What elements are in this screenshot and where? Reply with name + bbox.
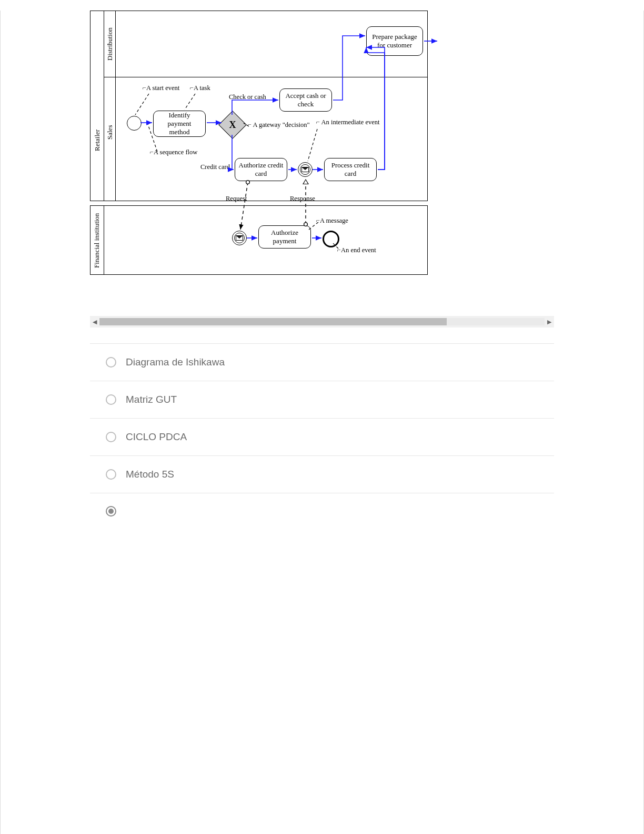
scroll-left-button[interactable]: ◀ — [90, 319, 99, 325]
financial-label-divider — [104, 206, 104, 274]
task-prepare-package: Prepare package for customer — [366, 26, 423, 56]
note-start-event: ⌐A start event — [143, 84, 179, 92]
envelope-icon — [301, 167, 309, 172]
note-credit-card: Credit card — [200, 163, 230, 171]
option-label: Matriz GUT — [126, 394, 177, 405]
content-column: Distribution Retailer Sales Financial in… — [90, 11, 554, 529]
option-selected-blank[interactable] — [90, 493, 554, 529]
envelope-icon — [236, 235, 243, 241]
sales-lanelabel-divider — [115, 77, 116, 201]
task-identify-payment: Identify payment method — [153, 111, 206, 137]
lane-label-retailer: Retailer — [93, 114, 102, 166]
intermediate-event-message — [298, 162, 313, 177]
radio-icon[interactable] — [106, 432, 116, 442]
option-label: CICLO PDCA — [126, 431, 187, 443]
task-authorize-payment: Authorize payment — [258, 225, 311, 249]
lane-label-financial: Financial institution — [93, 210, 101, 271]
horizontal-scrollbar[interactable]: ◀ ▶ — [90, 316, 554, 327]
scroll-track[interactable] — [99, 318, 545, 325]
note-seq-flow: ⌐A sequence flow — [150, 148, 197, 156]
lane-label-sales: Sales — [106, 114, 114, 151]
page: Distribution Retailer Sales Financial in… — [0, 11, 644, 834]
radio-icon[interactable] — [106, 394, 116, 405]
task-process-cc: Process credit card — [324, 158, 377, 181]
radio-icon[interactable] — [106, 357, 116, 368]
task-authorize-cc: Authorize credit card — [235, 158, 287, 181]
response-arrowhead-icon — [303, 179, 309, 184]
option-gut[interactable]: Matriz GUT — [90, 381, 554, 419]
radio-icon[interactable] — [106, 469, 116, 480]
radio-icon[interactable] — [106, 506, 116, 517]
note-intermediate: ⌐ An intermediate event — [316, 118, 380, 126]
note-end-event: ⌐An end event — [337, 246, 376, 254]
option-ishikawa[interactable]: Diagrama de Ishikawa — [90, 344, 554, 381]
task-accept-cash: Accept cash or check — [279, 88, 332, 112]
option-label: Diagrama de Ishikawa — [126, 356, 225, 368]
end-event — [323, 231, 339, 247]
lane-label-distribution: Distribution — [106, 19, 114, 69]
scroll-right-button[interactable]: ▶ — [545, 319, 554, 325]
note-response: Response — [290, 195, 315, 203]
note-task: ⌐A task — [190, 84, 210, 92]
scroll-thumb[interactable] — [99, 318, 447, 325]
bpmn-diagram: Distribution Retailer Sales Financial in… — [90, 11, 554, 274]
answer-options: Diagrama de Ishikawa Matriz GUT CICLO PD… — [90, 343, 554, 529]
note-check-or-cash: Check or cash — [229, 93, 266, 101]
option-5s[interactable]: Método 5S — [90, 456, 554, 493]
financial-message-start — [232, 231, 247, 245]
option-label: Método 5S — [126, 469, 174, 480]
distribution-lanelabel-divider — [115, 11, 116, 77]
start-event — [127, 116, 142, 131]
note-message: ⌐A message — [316, 217, 348, 225]
option-pdca[interactable]: CICLO PDCA — [90, 419, 554, 456]
note-gateway: ⌐ A gateway "decision" — [248, 121, 310, 129]
note-request: Request — [226, 195, 247, 203]
